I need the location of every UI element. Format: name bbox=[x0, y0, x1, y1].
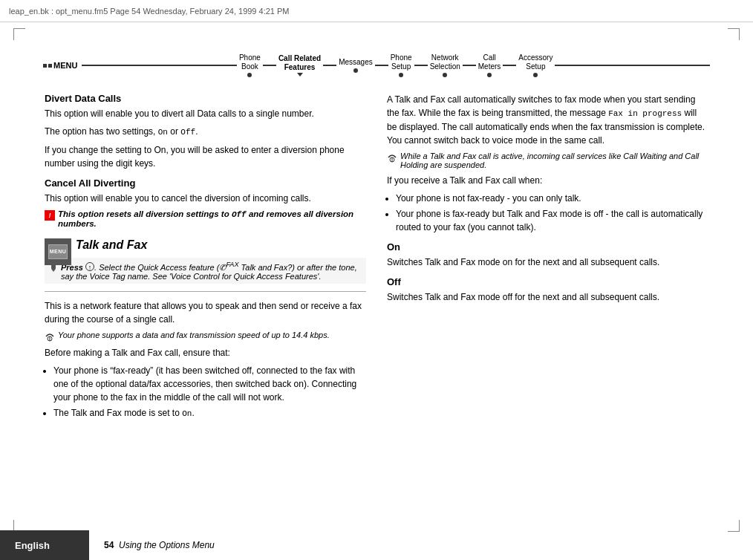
menu-icon-box: MENU bbox=[45, 238, 71, 265]
footer-bar: English 54 Using the Options Menu bbox=[0, 530, 753, 560]
corner-mark-tr bbox=[728, 28, 740, 40]
on-title: On bbox=[387, 241, 708, 253]
note-icon bbox=[45, 331, 55, 342]
cancel-p1: This option will enable you to cancel th… bbox=[45, 192, 366, 205]
warning-text: This option resets all diversion setting… bbox=[58, 209, 366, 228]
nav-item-call-meters[interactable]: CallMeters bbox=[476, 53, 503, 77]
menu-icon-inner: MENU bbox=[48, 244, 68, 259]
on-text: Switches Talk and Fax mode on for the ne… bbox=[387, 255, 708, 269]
right-column: A Talk and Fax call automatically switch… bbox=[387, 93, 708, 523]
svg-marker-1 bbox=[51, 269, 56, 272]
nav-item-call-related-features-label: Call RelatedFeatures bbox=[276, 54, 323, 72]
off-text: Switches Talk and Fax mode off for the n… bbox=[387, 290, 708, 304]
nav-item-phone-book[interactable]: PhoneBook bbox=[237, 53, 263, 77]
divert-p3: If you change the setting to On, you wil… bbox=[45, 143, 366, 170]
header-text: leap_en.bk : opt_menu.fm5 Page 54 Wednes… bbox=[9, 7, 290, 16]
while-note-icon bbox=[387, 152, 397, 163]
divert-p2: The option has two settings, On or Off. bbox=[45, 125, 366, 139]
receive-list: Your phone is not fax-ready - you can on… bbox=[396, 192, 708, 234]
intro-p: A Talk and Fax call automatically switch… bbox=[387, 93, 708, 147]
bullet-item-1: Your phone is “fax-ready” (it has been s… bbox=[53, 364, 366, 404]
receive-title: If you receive a Talk and Fax call when: bbox=[387, 174, 708, 187]
nav-item-phone-book-label: PhoneBook bbox=[237, 53, 263, 71]
before-title: Before making a Talk and Fax call, ensur… bbox=[45, 346, 366, 359]
nav-item-call-meters-label: CallMeters bbox=[476, 53, 503, 71]
menu-squares bbox=[43, 64, 52, 68]
off-title: Off bbox=[387, 276, 708, 287]
bullet-item-2: The Talk and Fax mode is set to On. bbox=[53, 406, 366, 420]
while-note-text: While a Talk and Fax call is active, inc… bbox=[400, 152, 708, 169]
before-list: Your phone is “fax-ready” (it has been s… bbox=[53, 364, 366, 420]
nav-bar: MENU PhoneBook Call RelatedFeatures Mess… bbox=[43, 46, 710, 85]
footer-page-info: 54 Using the Options Menu bbox=[104, 540, 215, 550]
nav-item-accessory-setup-label: AccessorySetup bbox=[516, 53, 555, 71]
nav-item-call-related-features[interactable]: Call RelatedFeatures bbox=[276, 54, 323, 76]
divert-p1: This option will enable you to divert al… bbox=[45, 107, 366, 120]
nav-item-network-selection[interactable]: NetworkSelection bbox=[428, 53, 463, 77]
header-bar: leap_en.bk : opt_menu.fm5 Page 54 Wednes… bbox=[0, 0, 753, 22]
talk-fax-section: MENU Talk and Fax bbox=[76, 238, 366, 252]
nav-item-messages-label: Messages bbox=[336, 58, 375, 67]
while-note: While a Talk and Fax call is active, inc… bbox=[387, 152, 708, 169]
bullet-r1: Your phone is not fax-ready - you can on… bbox=[396, 192, 708, 205]
warning-box: ! This option resets all diversion setti… bbox=[45, 209, 366, 228]
page-number: 54 bbox=[104, 540, 114, 550]
speed-note: Your phone supports a data and fax trans… bbox=[45, 331, 366, 342]
speed-note-text: Your phone supports a data and fax trans… bbox=[58, 331, 330, 339]
press-note: Press ↑. Select the Quick Access feature… bbox=[45, 258, 366, 284]
talk-fax-title: Talk and Fax bbox=[76, 238, 366, 252]
left-column: Divert Data Calls This option will enabl… bbox=[45, 93, 366, 523]
press-note-text: Press ↑. Select the Quick Access feature… bbox=[61, 261, 362, 281]
nav-item-phone-setup[interactable]: PhoneSetup bbox=[388, 53, 414, 77]
cancel-title: Cancel All Diverting bbox=[45, 178, 366, 189]
page-label: Using the Options Menu bbox=[119, 540, 215, 550]
menu-label: MENU bbox=[53, 61, 77, 70]
nav-item-accessory-setup[interactable]: AccessorySetup bbox=[516, 53, 555, 77]
divert-title: Divert Data Calls bbox=[45, 93, 366, 104]
nav-line bbox=[43, 65, 710, 66]
bullet-r2: Your phone is fax-ready but Talk and Fax… bbox=[396, 207, 708, 234]
warning-icon: ! bbox=[45, 210, 55, 221]
nav-item-network-selection-label: NetworkSelection bbox=[428, 53, 463, 71]
footer-language: English bbox=[0, 530, 89, 560]
menu-icon-label: MENU bbox=[50, 249, 67, 254]
content-area: Divert Data Calls This option will enabl… bbox=[45, 93, 708, 523]
section-divider bbox=[45, 291, 366, 292]
network-p1: This is a network feature that allows yo… bbox=[45, 299, 366, 326]
nav-item-phone-setup-label: PhoneSetup bbox=[388, 53, 414, 71]
corner-mark-tl bbox=[13, 28, 25, 40]
nav-item-messages[interactable]: Messages bbox=[336, 58, 375, 73]
